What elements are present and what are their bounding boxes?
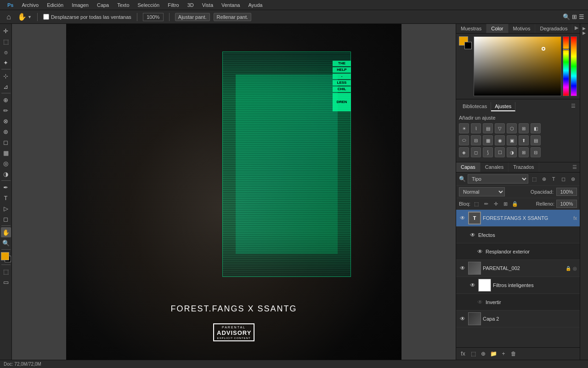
layer-vis-effects[interactable]: 👁 — [469, 231, 476, 239]
zoom-tool[interactable]: 🔍 — [1, 238, 11, 248]
tab-degradados[interactable]: Degradados — [535, 24, 572, 33]
ajuste-photo-filter[interactable]: ⬭ — [459, 135, 469, 145]
fill-btn[interactable]: Rellenar pant. — [214, 13, 252, 21]
layer-effects-group[interactable]: 👁 Efectos — [456, 227, 580, 243]
lock-all[interactable]: 🔒 — [511, 200, 519, 208]
arrange-icon[interactable]: ⊞ — [572, 13, 577, 20]
pen-tool[interactable]: ✒ — [1, 182, 11, 192]
strip-collapse[interactable]: ◀◀ — [581, 25, 588, 38]
ajuste-bw[interactable]: ◧ — [531, 123, 541, 133]
select-rect-tool[interactable]: ⬚ — [1, 36, 11, 46]
layer-capa2[interactable]: 👁 Capa 2 — [456, 310, 580, 328]
add-group-btn[interactable]: 📁 — [489, 350, 498, 358]
layer-resplandor[interactable]: 👁 Resplandor exterior — [456, 243, 580, 260]
ajuste-vibrance[interactable]: ▽ — [495, 123, 505, 133]
healing-tool[interactable]: ⊕ — [1, 95, 11, 105]
foreground-color[interactable] — [1, 252, 9, 260]
lock-transform[interactable]: ✛ — [492, 200, 500, 208]
search-icon[interactable]: 🔍 — [563, 13, 570, 20]
add-adjustment-btn[interactable]: ⊕ — [479, 350, 487, 358]
eyedropper-tool[interactable]: ⊿ — [1, 81, 11, 92]
menu-texto[interactable]: Texto — [113, 1, 133, 9]
menu-archivo[interactable]: Archivo — [18, 1, 42, 9]
tab-trazados[interactable]: Trazados — [509, 162, 539, 172]
ajuste-exposure2[interactable]: ☐ — [495, 147, 505, 157]
ajuste-table[interactable]: ⊟ — [531, 147, 541, 157]
ajuste-levels[interactable]: ◻ — [471, 147, 481, 157]
add-link-btn[interactable]: fx — [459, 350, 467, 358]
menu-edicion[interactable]: Edición — [43, 1, 67, 9]
tab-color[interactable]: Color — [486, 24, 508, 33]
background-swatch[interactable] — [464, 42, 472, 49]
clone-tool[interactable]: ⊗ — [1, 116, 11, 126]
ajuste-brillo[interactable]: ☀ — [459, 123, 469, 133]
move-tool[interactable]: ✛ — [1, 26, 11, 36]
lock-brush[interactable]: ✏ — [482, 200, 490, 208]
magic-wand-tool[interactable]: ✦ — [1, 58, 11, 68]
hand-tool[interactable]: ✋ — [1, 227, 11, 237]
brush-tool[interactable]: ✏ — [1, 105, 11, 115]
lock-artboard[interactable]: ⊞ — [501, 200, 509, 208]
crop-tool[interactable]: ⊹ — [1, 71, 11, 81]
hue-strip[interactable] — [563, 36, 569, 96]
menu-ventana[interactable]: Ventana — [218, 1, 243, 9]
layer-smart-filters[interactable]: 👁 Filtros inteligentes — [456, 277, 580, 294]
fill-input[interactable] — [556, 200, 577, 208]
delete-layer-btn[interactable]: 🗑 — [509, 350, 518, 358]
ajuste-gradient-map[interactable]: ▤ — [531, 135, 541, 145]
scroll-all-checkbox[interactable] — [43, 14, 49, 20]
menu-vista[interactable]: Vista — [198, 1, 217, 9]
ajuste-threshold[interactable]: ⬆ — [519, 135, 529, 145]
tab-bibliotecas[interactable]: Bibliotecas — [459, 102, 491, 111]
layer-invertir[interactable]: 👁 Invertir — [456, 294, 580, 310]
zoom-input[interactable] — [143, 13, 164, 21]
ajuste-color-balance[interactable]: ⊞ — [519, 123, 529, 133]
menu-filtro[interactable]: Filtro — [164, 1, 182, 9]
ajuste-invert[interactable]: ◉ — [495, 135, 505, 145]
ajustes-menu[interactable]: ☰ — [570, 102, 577, 111]
add-mask-btn[interactable]: ⬚ — [469, 350, 477, 358]
type-tool[interactable]: T — [1, 193, 11, 203]
layer-vis-smart[interactable]: 👁 — [469, 282, 476, 289]
filter-adjust[interactable]: ⊕ — [540, 175, 548, 183]
blend-mode-select[interactable]: Normal — [459, 187, 505, 196]
scroll-all-label[interactable]: Desplazarse por todas las ventanas — [43, 14, 131, 20]
ajuste-color-lookup[interactable]: ▦ — [483, 135, 493, 145]
tab-muestras[interactable]: Muestras — [456, 24, 486, 33]
fit-btn[interactable]: Ajustar pant. — [175, 13, 210, 21]
hand-tool-btn[interactable]: ✋ — [17, 12, 27, 21]
layer-vis-parental[interactable]: 👁 — [459, 264, 466, 272]
ajuste-shadows[interactable]: ◑ — [507, 147, 517, 157]
tab-canales[interactable]: Canales — [481, 162, 509, 172]
ajuste-curves2[interactable]: ⟆ — [483, 147, 493, 157]
lasso-tool[interactable]: ⌾ — [1, 47, 11, 57]
tab-motivos[interactable]: Motivos — [509, 24, 536, 33]
filter-text[interactable]: T — [549, 175, 558, 183]
tab-capas[interactable]: Capas — [456, 162, 481, 172]
canvas-area[interactable]: THE HELP - LESS CHIL DREN FOREST.FANGS X… — [12, 24, 456, 360]
layer-vis-text[interactable]: 👁 — [459, 214, 466, 222]
layer-fx-badge[interactable]: fx — [573, 216, 577, 221]
gradient-tool[interactable]: ▦ — [1, 148, 11, 158]
opacity-input[interactable] — [556, 188, 577, 196]
alpha-strip[interactable] — [571, 36, 577, 96]
screen-mode-tool[interactable]: ▭ — [1, 277, 11, 287]
layer-parental[interactable]: 👁 PARENTAL_002 🔒 ◎ — [456, 260, 580, 277]
menu-ayuda[interactable]: Ayuda — [244, 1, 266, 9]
ajuste-exponer[interactable]: ▤ — [483, 123, 493, 133]
layer-vis-capa2[interactable]: 👁 — [459, 315, 466, 322]
menu-imagen[interactable]: Imagen — [68, 1, 92, 9]
workspace-icon[interactable]: ☰ — [579, 13, 584, 20]
filter-smart[interactable]: ⊛ — [569, 175, 577, 183]
menu-3d[interactable]: 3D — [184, 1, 198, 9]
ajuste-channel-mix[interactable]: ⊟ — [471, 135, 481, 145]
home-button[interactable]: ⌂ — [4, 12, 14, 22]
path-select-tool[interactable]: ▷ — [1, 203, 11, 213]
layer-vis-resplandor[interactable]: 👁 — [476, 248, 484, 255]
add-layer-btn[interactable]: + — [499, 350, 508, 358]
ajuste-posterize[interactable]: ▣ — [507, 135, 517, 145]
layer-type-filter[interactable]: Tipo — [468, 174, 528, 184]
filter-shape[interactable]: ◻ — [559, 175, 567, 183]
color-panel-menu[interactable]: ▶ — [573, 24, 580, 33]
menu-seleccion[interactable]: Selección — [134, 1, 164, 9]
